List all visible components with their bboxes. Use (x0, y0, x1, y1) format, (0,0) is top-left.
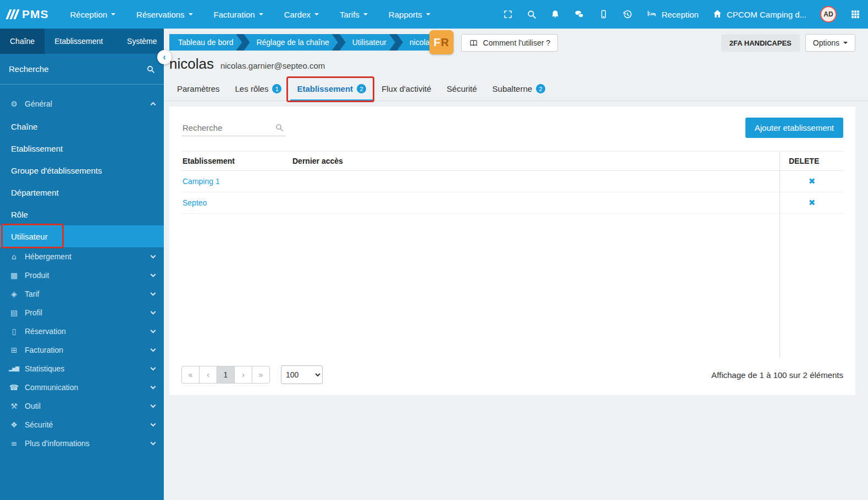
sidebar-search[interactable]: Recherche (0, 54, 164, 85)
tab-flux-activite[interactable]: Flux d'activité (375, 79, 438, 101)
sidebar-item-utilisateur[interactable]: Utilisateur (0, 225, 164, 247)
pagination-first-button[interactable]: « (181, 366, 200, 384)
sidebar-section-reservation[interactable]: ▯ Réservation (0, 322, 164, 341)
menu-label: Réservations (136, 10, 185, 19)
sidebar-section-profil[interactable]: ▤ Profil (0, 303, 164, 322)
sidebar-item-role[interactable]: Rôle (0, 203, 164, 225)
sidebar-section-securite[interactable]: ❖ Sécurité (0, 415, 164, 434)
chevron-down-icon (189, 13, 193, 15)
pagination-prev-button[interactable]: ‹ (199, 366, 217, 384)
reception-label: Reception (661, 10, 699, 19)
breadcrumb-item-reglage-chaine[interactable]: Réglage de la chaîne (244, 34, 338, 51)
establishment-link-camping-1[interactable]: Camping 1 (183, 177, 220, 186)
search-icon[interactable] (527, 9, 537, 19)
menu-label: Réception (70, 10, 108, 19)
establishments-table: Etablissement Dernier accès DELETE Campi… (181, 151, 843, 359)
table-row: Camping 1 ✖ (181, 171, 843, 192)
delete-icon[interactable]: ✖ (809, 176, 816, 186)
sidebar-section-general[interactable]: ⚙ Général (0, 92, 164, 115)
options-label: Options (813, 38, 839, 47)
sidebar-section-plus-informations[interactable]: ≡ Plus d'informations (0, 434, 164, 453)
tab-les-roles[interactable]: Les rôles1 (229, 79, 289, 101)
apps-grid-icon[interactable] (850, 9, 860, 19)
section-label: Outil (25, 402, 41, 410)
tab-subalterne[interactable]: Subalterne2 (486, 79, 552, 101)
user-email: nicolas.garnier@septeo.com (220, 61, 325, 70)
site-context[interactable]: CPCOM Camping d... (712, 9, 806, 20)
tools-icon: ⚒ (9, 402, 19, 410)
chat-icon[interactable] (574, 9, 585, 19)
breadcrumb-item-utilisateur[interactable]: Utilisateur (340, 34, 395, 51)
sidebar-section-facturation[interactable]: ⊞ Facturation (0, 341, 164, 359)
sidebar-tab-systeme[interactable]: Système (113, 29, 167, 54)
establishment-link-septeo[interactable]: Septeo (183, 198, 207, 207)
sidebar-item-chaine[interactable]: Chaîne (0, 115, 164, 137)
count-badge: 1 (272, 84, 281, 93)
menu-rapports[interactable]: Rapports (378, 0, 441, 29)
sidebar-tab-chaine[interactable]: Chaîne (0, 29, 45, 54)
notifications-bell-icon[interactable] (550, 9, 560, 19)
sidebar-section-statistiques[interactable]: ▂▅▇ Statistiques (0, 359, 164, 378)
tab-parametres[interactable]: Paramètres (170, 79, 226, 101)
table-row: Septeo ✖ (181, 192, 843, 214)
delete-icon[interactable]: ✖ (809, 198, 816, 208)
help-button[interactable]: Comment l'utiliser ? (461, 34, 559, 52)
fullscreen-icon[interactable] (503, 9, 513, 19)
menu-cardex[interactable]: Cardex (274, 0, 329, 29)
menu-reception[interactable]: Réception (60, 0, 126, 29)
chevron-down-icon (426, 13, 430, 15)
sidebar-tab-etablissement[interactable]: Etablissement (45, 29, 113, 54)
sidebar-section-communication[interactable]: ☎ Communication (0, 378, 164, 397)
menu-label: Cardex (284, 10, 311, 19)
twofa-handicapes-button[interactable]: 2FA HANDICAPES (721, 34, 800, 52)
sidebar-section-hebergement[interactable]: ⌂ Hébergement (0, 247, 164, 266)
chevron-down-icon (151, 330, 155, 332)
app-logo[interactable]: PMS (8, 8, 49, 21)
mobile-device-icon[interactable] (599, 9, 609, 19)
sidebar-item-departement[interactable]: Département (0, 181, 164, 203)
menu-tarifs[interactable]: Tarifs (329, 0, 378, 29)
menu-facturation[interactable]: Facturation (203, 0, 274, 29)
pagination-next-button[interactable]: › (234, 366, 252, 384)
breadcrumb-item-tableau-de-bord[interactable]: Tableau de bord (169, 34, 242, 51)
count-badge: 2 (357, 84, 366, 93)
chevron-down-icon (151, 349, 155, 351)
pagination-page-1-button[interactable]: 1 (217, 366, 235, 384)
add-establishment-button[interactable]: Ajouter etablissement (745, 118, 843, 138)
tab-etablissement[interactable]: Etablissement2 (290, 79, 373, 101)
sidebar-section-outil[interactable]: ⚒ Outil (0, 397, 164, 415)
reception-context[interactable]: Reception (646, 9, 699, 20)
sidebar-collapse-button[interactable]: ‹ (157, 50, 172, 64)
avatar[interactable]: AD (820, 6, 837, 23)
tab-label: Flux d'activité (382, 84, 431, 93)
last-access-cell (291, 171, 781, 192)
sidebar-item-etablissement[interactable]: Etablissement (0, 137, 164, 159)
chevron-down-icon (151, 386, 155, 388)
history-icon[interactable] (622, 9, 633, 20)
pagination-last-button[interactable]: » (252, 366, 270, 384)
gears-icon: ⚙ (9, 99, 19, 108)
chevron-down-icon (151, 293, 155, 295)
section-label: Communication (25, 383, 78, 392)
page-size-select[interactable]: 100 (281, 365, 323, 384)
section-label: Facturation (25, 346, 63, 354)
sidebar-menu: ⚙ Général Chaîne Etablissement Groupe d'… (0, 85, 164, 453)
sidebar-section-produit[interactable]: ▦ Produit (0, 266, 164, 285)
menu-reservations[interactable]: Réservations (126, 0, 203, 29)
search-input[interactable] (181, 120, 286, 136)
options-button[interactable]: Options (805, 34, 855, 52)
section-label: Sécurité (25, 420, 53, 429)
sidebar-item-groupe-etablissements[interactable]: Groupe d'établissements (0, 159, 164, 181)
panel-toolbar: Ajouter etablissement (181, 118, 843, 138)
sidebar: Chaîne Etablissement Système Recherche ⚙… (0, 29, 164, 500)
sidebar-section-tarif[interactable]: ◈ Tarif (0, 285, 164, 303)
chevron-down-icon (151, 274, 155, 276)
breadcrumb-row: Tableau de bord Réglage de la chaîne Uti… (164, 29, 868, 52)
general-submenu: Chaîne Etablissement Groupe d'établissem… (0, 115, 164, 247)
fr-flag-badge: FR (429, 30, 454, 54)
menu-label: Rapports (389, 10, 422, 19)
top-menu-bar: Réception Réservations Facturation Carde… (60, 0, 441, 29)
chevron-down-icon (111, 13, 115, 15)
chevron-down-icon (843, 42, 848, 44)
tab-securite[interactable]: Sécurité (440, 79, 484, 101)
